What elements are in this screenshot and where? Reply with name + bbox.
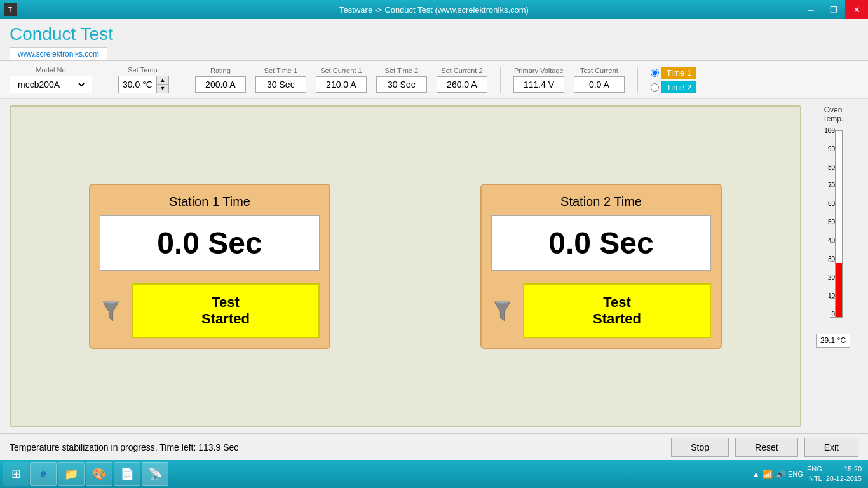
svg-marker-0 [103, 302, 119, 321]
tick-60 [830, 205, 835, 205]
svg-point-1 [103, 300, 119, 303]
divider3 [500, 67, 501, 93]
divider2 [182, 67, 182, 93]
set-temp-control: 30.0 °C ▲ ▼ [118, 76, 169, 93]
set-temp-value: 30.0 °C [119, 77, 156, 92]
set-time1-group: Set Time 1 30 Sec [255, 67, 306, 93]
time1-radio-item: Time 1 [651, 67, 696, 79]
locale-label: INTL [807, 474, 822, 484]
set-current2-group: Set Current 2 260.0 A [437, 67, 487, 93]
station2-card: Station 2 Time 0.0 Sec TestStarted [480, 184, 722, 349]
taskbar: ⊞ e 📁 🎨 📄 📡 ▲ 📶 🔊 ENG ENG INTL 15:20 28-… [0, 460, 868, 488]
settings-row: Model No mccb200A Set Temp. 30.0 °C ▲ ▼ … [0, 61, 868, 99]
tick-40 [830, 242, 835, 243]
reset-button[interactable]: Reset [735, 438, 798, 457]
network-icon: ▲ [752, 470, 760, 479]
temp-arrows: ▲ ▼ [156, 76, 168, 93]
time2-label: Time 2 [661, 81, 696, 93]
station1-title: Station 1 Time [169, 194, 250, 209]
oven-temp-panel: OvenTemp. 100 90 80 70 60 50 40 30 20 10… [808, 105, 858, 427]
thermo-bar-bg [835, 130, 843, 318]
station1-time-display: 0.0 Sec [100, 215, 320, 271]
temp-up-arrow[interactable]: ▲ [157, 76, 168, 85]
rating-label: Rating [210, 67, 231, 74]
clock-display[interactable]: 15:20 28-12-2015 [826, 464, 865, 484]
tick-30 [830, 261, 835, 262]
tick-50 [830, 224, 835, 224]
set-time2-value: 30 Sec [376, 76, 427, 93]
set-current2-value: 260.0 A [437, 76, 487, 93]
primary-voltage-value: 111.4 V [513, 76, 564, 93]
primary-voltage-label: Primary Voltage [514, 67, 564, 74]
app-icon: T [4, 3, 17, 16]
taskbar-doc-button[interactable]: 📄 [114, 462, 140, 486]
taskbar-app-button[interactable]: 📡 [142, 462, 168, 486]
set-current2-label: Set Current 2 [441, 67, 482, 74]
tick-80 [830, 168, 835, 168]
title-bar: T Testware -> Conduct Test (www.screlekt… [0, 0, 868, 19]
test-area: Station 1 Time 0.0 Sec TestStarted Stati… [0, 99, 868, 433]
station1-status-badge: TestStarted [132, 283, 320, 338]
window-content: Conduct Test www.screlektroniks.com Mode… [0, 19, 868, 460]
status-bar: Temperature stabilization in progress, T… [0, 433, 868, 460]
exit-button[interactable]: Exit [804, 438, 858, 457]
thermometer: 100 90 80 70 60 50 40 30 20 10 0 [817, 127, 849, 330]
station2-title: Station 2 Time [560, 194, 642, 209]
model-no-label: Model No [36, 66, 65, 74]
lang-label: ENG [807, 464, 822, 474]
stop-button[interactable]: Stop [671, 438, 729, 457]
tab-bar: www.screlektroniks.com [0, 47, 868, 61]
page-title: Conduct Test [0, 19, 868, 47]
thermo-fill [836, 263, 842, 317]
time1-radio[interactable] [651, 69, 659, 77]
tick-90 [830, 149, 835, 149]
tick-20 [830, 280, 835, 280]
time2-radio[interactable] [651, 83, 659, 92]
model-no-group: Model No mccb200A [10, 66, 92, 93]
svg-marker-2 [494, 302, 510, 321]
set-time1-label: Set Time 1 [264, 67, 298, 74]
station2-status-badge: TestStarted [523, 283, 711, 338]
lang-info: ENG INTL [807, 464, 822, 484]
taskbar-explorer-button[interactable]: 📁 [58, 462, 85, 486]
set-time2-label: Set Time 2 [385, 67, 419, 74]
time1-label: Time 1 [661, 67, 696, 79]
sys-icons: ▲ 📶 🔊 ENG [752, 470, 803, 479]
station1-bottom: TestStarted [100, 283, 320, 338]
rating-value: 200.0 A [195, 76, 246, 93]
station1-funnel-icon [100, 300, 122, 322]
close-button[interactable]: ✕ [845, 0, 868, 19]
restore-button[interactable]: ❐ [822, 0, 845, 19]
divider1 [105, 67, 105, 93]
primary-voltage-group: Primary Voltage 111.4 V [513, 67, 564, 93]
set-current1-group: Set Current 1 210.0 A [316, 67, 367, 93]
set-current1-label: Set Current 1 [320, 67, 362, 74]
tick-100 [830, 130, 835, 131]
station2-time-display: 0.0 Sec [491, 215, 711, 271]
model-no-select[interactable]: mccb200A [15, 79, 86, 90]
rating-group: Rating 200.0 A [195, 67, 246, 93]
start-button[interactable]: ⊞ [3, 462, 29, 486]
network-icon2: 📶 [763, 470, 773, 479]
set-temp-label: Set Temp. [128, 66, 159, 74]
thermo-ticks [830, 130, 835, 318]
station2-bottom: TestStarted [491, 283, 711, 338]
oven-temp-value: 29.1 °C [816, 334, 850, 348]
divider4 [637, 67, 638, 93]
model-no-field[interactable]: mccb200A [10, 76, 92, 93]
set-temp-group: Set Temp. 30.0 °C ▲ ▼ [118, 66, 169, 93]
clock-time: 15:20 [826, 464, 862, 474]
stations-container: Station 1 Time 0.0 Sec TestStarted Stati… [10, 105, 801, 427]
tick-0 [830, 317, 835, 318]
tab-website[interactable]: www.screlektroniks.com [10, 47, 107, 60]
taskbar-paint-button[interactable]: 🎨 [86, 462, 112, 486]
set-current1-value: 210.0 A [316, 76, 367, 93]
temp-down-arrow[interactable]: ▼ [157, 85, 168, 93]
test-current-value: 0.0 A [574, 76, 625, 93]
minimize-button[interactable]: ─ [799, 0, 822, 19]
station1-card: Station 1 Time 0.0 Sec TestStarted [89, 184, 330, 349]
window-title: Testware -> Conduct Test (www.screlektro… [339, 5, 529, 15]
taskbar-ie-button[interactable]: e [30, 462, 57, 486]
time2-radio-item: Time 2 [651, 81, 696, 93]
set-time1-value: 30 Sec [255, 76, 306, 93]
